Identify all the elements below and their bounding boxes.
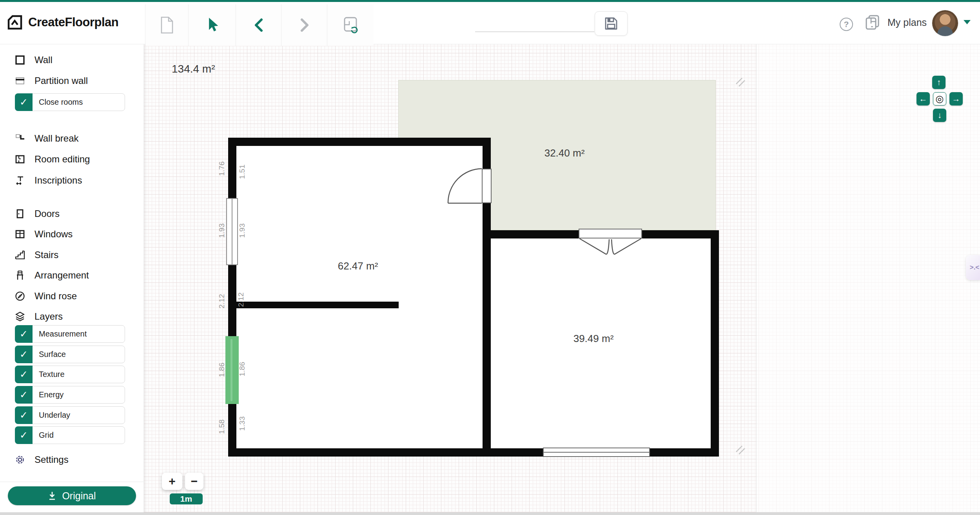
sidebar-item-wind-rose[interactable]: Wind rose [0,288,144,305]
pan-left-button[interactable]: ← [916,92,930,106]
window-selected[interactable] [225,336,239,404]
sidebar-item-partition-wall[interactable]: Partition wall [0,72,144,89]
total-area-label: 134.4 m² [172,63,215,75]
zoom-in-button[interactable]: + [162,473,182,490]
arrow-up-icon: ↑ [937,78,941,87]
dimension-label: 1.93 [238,224,247,238]
widget-face: >.< [970,264,980,271]
pan-right-button[interactable]: → [949,92,963,106]
undo-button[interactable] [236,4,281,46]
layer-toggle-underlay[interactable]: ✓ Underlay [15,406,125,424]
center-view-button[interactable]: ◎ [933,92,946,106]
sidebar-item-wall-break[interactable]: Wall break [0,130,144,147]
partition-wall[interactable] [236,302,399,308]
window-mullion [544,452,649,453]
checkbox-checked-icon[interactable]: ✓ [15,366,33,383]
room-area-label: 62.47 m² [338,260,378,272]
sidebar-item-room-editing[interactable]: Room editing [0,151,144,168]
collapsed-widget[interactable]: >.< [966,255,980,280]
layer-label: Energy [39,386,64,403]
window[interactable] [543,448,650,457]
window[interactable] [226,198,238,265]
scale-indicator: 1m [170,493,203,504]
new-plan-button[interactable] [145,4,189,46]
sidebar-item-settings[interactable]: Settings [0,451,144,468]
sidebar-item-windows[interactable]: Windows [0,226,144,243]
save-button[interactable] [595,11,628,36]
wall-break-icon [14,133,26,144]
download-icon [48,491,56,500]
pan-down-button[interactable]: ↓ [933,109,946,122]
layer-label: Underlay [39,407,70,424]
layer-toggle-surface[interactable]: ✓ Surface [15,346,125,363]
horizontal-scrollbar[interactable] [0,512,980,515]
sidebar-item-label: Wall [34,55,53,66]
sidebar-item-label: Wall break [34,133,78,144]
dimension-label: 1.93 [218,224,226,238]
question-mark: ? [844,20,849,29]
doors-icon [14,208,26,220]
page-boundary [756,0,980,515]
inscriptions-icon [14,175,26,186]
redo-button[interactable] [281,4,327,46]
my-plans-button[interactable]: My plans [864,14,927,31]
minus-icon: − [191,475,198,488]
sidebar-item-label: Arrangement [34,270,89,281]
room-left[interactable] [228,138,491,457]
my-plans-label: My plans [887,17,927,28]
reload-plan-button[interactable] [327,4,374,46]
brand-name: CreateFloorplan [28,15,118,29]
layer-toggle-energy[interactable]: ✓ Energy [15,386,125,404]
app-logo[interactable]: CreateFloorplan [6,14,118,31]
checkbox-checked-icon[interactable]: ✓ [15,406,33,424]
zoom-out-button[interactable]: − [185,473,203,490]
door[interactable] [482,169,492,203]
layer-toggle-measurement[interactable]: ✓ Measurement [15,325,125,343]
tool-sidebar: Wall Partition wall ✓ Close rooms Wall b… [0,44,144,515]
sidebar-item-doors[interactable]: Doors [0,205,144,222]
window-glass [230,339,232,401]
windows-icon [14,228,26,240]
sidebar-item-label: Inscriptions [34,175,82,186]
redo-chevron-icon [298,17,311,33]
plan-name-input[interactable] [475,13,594,32]
dimension-label: 1.76 [218,162,226,176]
sidebar-item-label: Doors [34,208,60,219]
layer-toggle-texture[interactable]: ✓ Texture [15,366,125,383]
pan-up-button[interactable]: ↑ [932,76,946,89]
layers-section-label: Layers [34,311,63,322]
dimension-label: 1.33 [238,417,247,431]
partition-wall-icon [14,75,26,87]
user-avatar[interactable] [932,10,958,36]
target-icon: ◎ [936,93,944,104]
sidebar-item-label: Windows [34,229,73,240]
gear-icon [14,454,26,466]
undo-chevron-icon [252,17,265,33]
checkbox-checked-icon[interactable]: ✓ [15,346,33,363]
help-button[interactable]: ? [840,18,853,31]
close-rooms-toggle[interactable]: ✓ Close rooms [15,93,125,111]
sidebar-item-stairs[interactable]: Stairs [0,246,144,264]
select-tool-button[interactable] [188,4,236,46]
layer-toggle-grid[interactable]: ✓ Grid [15,426,125,444]
sidebar-item-arrangement[interactable]: Arrangement [0,267,144,284]
sidebar-item-wall[interactable]: Wall [0,51,144,69]
download-original-button[interactable]: Original [8,486,136,505]
checkbox-checked-icon[interactable]: ✓ [15,386,33,404]
new-document-icon [159,16,175,34]
french-door[interactable] [579,229,642,238]
sidebar-item-layers[interactable]: Layers [0,308,144,325]
room-area-label: 39.49 m² [573,333,614,345]
layers-icon [14,311,26,322]
settings-label: Settings [34,454,69,465]
sidebar-item-label: Wind rose [34,291,77,302]
account-menu-caret[interactable] [964,20,971,24]
arrangement-icon [14,269,26,281]
drawing-canvas[interactable]: 134.4 m² 32.40 m² 62.47 m² 39.49 m² 1.76… [0,0,980,515]
checkbox-checked-icon[interactable]: ✓ [15,93,33,111]
checkbox-checked-icon[interactable]: ✓ [15,325,33,343]
divider [0,482,144,482]
layer-label: Texture [39,366,65,383]
sidebar-item-inscriptions[interactable]: Inscriptions [0,172,144,189]
checkbox-checked-icon[interactable]: ✓ [15,426,33,444]
